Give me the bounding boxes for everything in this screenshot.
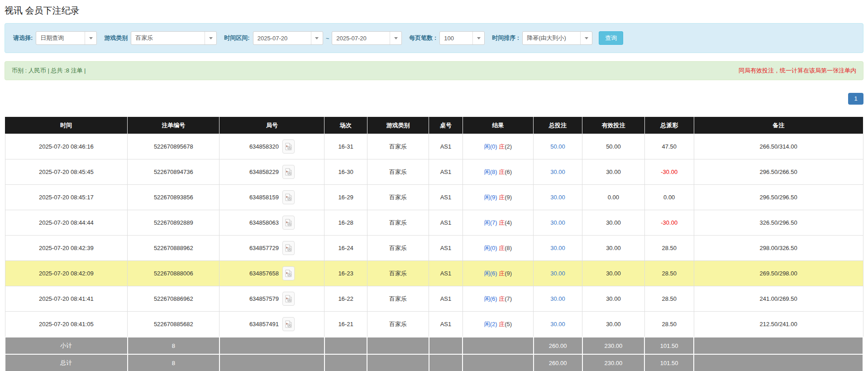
table-row: 2025-07-20 08:41:05522670885682634857491… — [5, 312, 863, 337]
result-banker: 庄 — [499, 194, 505, 201]
total-bet-link[interactable]: 30.00 — [550, 270, 565, 277]
total-bet-link[interactable]: 30.00 — [550, 321, 565, 328]
result-banker-num: (6) — [505, 169, 512, 175]
cell-payout: 0.00 — [644, 185, 694, 210]
video-replay-button[interactable] — [282, 190, 295, 204]
result-banker: 庄 — [499, 169, 505, 175]
date-to-value: 2025-07-20 — [332, 35, 390, 42]
search-button[interactable]: 查询 — [599, 31, 623, 45]
game-category-label: 游戏类别 — [104, 34, 128, 42]
cell-result: 闲(6) 庄(9) — [463, 261, 533, 286]
cell-valid-bet: 0.00 — [582, 185, 645, 210]
cell-total-bet: 30.00 — [534, 286, 582, 312]
cell-game-category: 百家乐 — [367, 159, 429, 185]
subtotal-count: 8 — [128, 337, 219, 354]
round-id-group: 634857729 — [249, 241, 295, 255]
round-id: 634858063 — [249, 219, 279, 226]
video-replay-button[interactable] — [282, 292, 295, 306]
video-replay-button[interactable] — [282, 216, 295, 230]
cell-total-bet: 30.00 — [534, 210, 582, 236]
cell-round: 634857579 — [219, 286, 324, 312]
total-empty — [219, 354, 324, 371]
total-bet-link[interactable]: 30.00 — [550, 169, 565, 175]
total-bet-link[interactable]: 30.00 — [550, 194, 565, 201]
table-row: 2025-07-20 08:45:45522670894736634858229… — [5, 159, 863, 185]
cell-remark: 298.00/326.50 — [694, 236, 863, 261]
chevron-down-icon — [209, 37, 213, 39]
video-replay-button[interactable] — [282, 317, 295, 331]
header-total-bet: 总投注 — [534, 117, 582, 134]
cell-session: 16-24 — [324, 236, 367, 261]
page-title: 视讯 会员下注纪录 — [5, 5, 863, 17]
cell-payout: 28.50 — [644, 261, 694, 286]
round-id-group: 634858229 — [249, 165, 295, 179]
cell-bet-id: 522670892889 — [128, 210, 219, 236]
cell-table-no: AS1 — [429, 286, 463, 312]
time-sort-select[interactable]: 降幂(由大到小) — [522, 31, 592, 45]
cell-session: 16-22 — [324, 286, 367, 312]
subtotal-empty — [429, 337, 463, 354]
subtotal-payout: 101.50 — [644, 337, 694, 354]
header-table-no: 桌号 — [429, 117, 463, 134]
round-id: 634857729 — [249, 245, 279, 251]
result-banker-num: (9) — [505, 194, 512, 201]
subtotal-empty — [367, 337, 429, 354]
video-replay-icon — [285, 295, 292, 303]
cell-remark: 296.50/296.50 — [694, 185, 863, 210]
date-from-value: 2025-07-20 — [253, 35, 311, 42]
cell-remark: 266.50/314.00 — [694, 134, 863, 159]
cell-total-bet: 30.00 — [534, 185, 582, 210]
total-bet-link[interactable]: 30.00 — [550, 295, 565, 302]
round-id-group: 634857658 — [249, 266, 295, 280]
caret-box — [311, 32, 323, 44]
page-size-select[interactable]: 100 — [439, 31, 485, 45]
total-bet-link[interactable]: 50.00 — [550, 143, 565, 150]
cell-round: 634858320 — [219, 134, 324, 159]
total-bet-link[interactable]: 30.00 — [550, 219, 565, 226]
date-to-select[interactable]: 2025-07-20 — [332, 31, 402, 45]
cell-bet-id: 522670888006 — [128, 261, 219, 286]
chevron-down-icon — [477, 37, 481, 39]
total-bet-link[interactable]: 30.00 — [550, 245, 565, 251]
cell-valid-bet: 50.00 — [582, 134, 645, 159]
video-replay-icon — [285, 143, 292, 150]
cell-result: 闲(2) 庄(5) — [463, 312, 533, 337]
cell-valid-bet: 30.00 — [582, 236, 645, 261]
video-replay-button[interactable] — [282, 165, 295, 179]
page-container: 视讯 会员下注纪录 请选择: 日期查询 游戏类别 百家乐 时间区间: 2025-… — [0, 5, 868, 371]
video-replay-button[interactable] — [282, 241, 295, 255]
page-size-value: 100 — [440, 35, 472, 42]
query-type-label: 请选择: — [13, 34, 33, 42]
query-type-select[interactable]: 日期查询 — [36, 31, 97, 45]
table-footer: 小计 8 260.00 230.00 101.50 总计 8 — [5, 337, 863, 371]
result-banker-num: (7) — [505, 295, 512, 302]
result-player: 闲(8) — [484, 169, 497, 175]
cell-time: 2025-07-20 08:42:09 — [5, 261, 128, 286]
round-id-group: 634857579 — [249, 292, 295, 306]
chevron-down-icon — [89, 37, 93, 39]
video-replay-icon — [285, 168, 292, 176]
date-from-select[interactable]: 2025-07-20 — [253, 31, 323, 45]
filter-bar: 请选择: 日期查询 游戏类别 百家乐 时间区间: 2025-07-20 ~ 20… — [5, 23, 863, 53]
time-sort-value: 降幂(由大到小) — [523, 34, 580, 42]
video-replay-button[interactable] — [282, 140, 295, 154]
cell-session: 16-23 — [324, 261, 367, 286]
round-id: 634857658 — [249, 270, 279, 277]
result-banker-num: (9) — [505, 270, 512, 277]
cell-payout: 28.50 — [644, 236, 694, 261]
caret-box — [390, 32, 401, 44]
valid-bet-note: 同局有效投注，统一计算在该局第一张注单内 — [739, 67, 856, 75]
time-sort-label: 时间排序 : — [492, 34, 519, 42]
subtotal-row: 小计 8 260.00 230.00 101.50 — [5, 337, 863, 354]
cell-time: 2025-07-20 08:46:16 — [5, 134, 128, 159]
chevron-down-icon — [394, 37, 398, 39]
video-replay-icon — [285, 219, 292, 226]
header-payout: 总派彩 — [644, 117, 694, 134]
video-replay-button[interactable] — [282, 266, 295, 280]
cell-round: 634857658 — [219, 261, 324, 286]
subtotal-valid-bet: 230.00 — [582, 337, 645, 354]
page-1-button[interactable]: 1 — [848, 93, 863, 105]
round-id: 634857491 — [249, 321, 279, 328]
cell-session: 16-31 — [324, 134, 367, 159]
game-category-select[interactable]: 百家乐 — [131, 31, 217, 45]
